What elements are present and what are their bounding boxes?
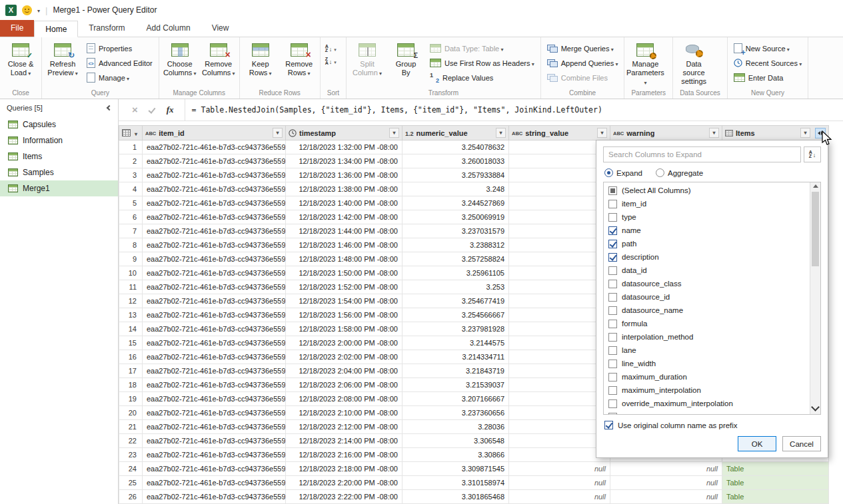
cell-timestamp[interactable]: 12/18/2023 2:16:00 PM -08:00 (286, 448, 403, 462)
cell-timestamp[interactable]: 12/18/2023 1:44:00 PM -08:00 (286, 224, 403, 238)
row-number[interactable]: 21 (119, 420, 143, 434)
cell-timestamp[interactable]: 12/18/2023 1:42:00 PM -08:00 (286, 210, 403, 224)
scrollbar[interactable] (810, 182, 820, 414)
cell-string-value[interactable]: null (509, 476, 610, 490)
cell-item-id[interactable]: eaa27b02-721c-461e-b7d3-cc943736e559 (143, 322, 286, 336)
remove-rows-button[interactable]: RemoveRows (280, 39, 319, 89)
cell-numeric-value[interactable]: 3.237360656 (403, 406, 509, 420)
cell-item-id[interactable]: eaa27b02-721c-461e-b7d3-cc943736e559 (143, 392, 286, 406)
cell-timestamp[interactable]: 12/18/2023 1:34:00 PM -08:00 (286, 154, 403, 168)
tab-file[interactable]: File (0, 20, 34, 37)
column-header-timestamp[interactable]: timestamp (286, 126, 403, 140)
cell-timestamp[interactable]: 12/18/2023 2:22:00 PM -08:00 (286, 490, 403, 504)
cancel-formula-icon[interactable] (132, 105, 138, 115)
cell-numeric-value[interactable]: 3.301865468 (403, 490, 509, 504)
aggregate-radio[interactable]: Aggregate (656, 168, 703, 177)
cell-timestamp[interactable]: 12/18/2023 2:18:00 PM -08:00 (286, 462, 403, 476)
cell-items[interactable]: Table (722, 490, 829, 504)
manage-parameters-button[interactable]: ManageParameters (626, 39, 664, 89)
column-header-string-value[interactable]: string_value (509, 126, 610, 140)
row-number[interactable]: 1 (119, 140, 143, 154)
cell-string-value[interactable] (509, 210, 610, 224)
cell-string-value[interactable]: null (509, 462, 610, 476)
column-option-path[interactable]: path (604, 237, 810, 250)
checkbox-icon[interactable] (604, 421, 613, 429)
query-item-merge1[interactable]: Merge1 (0, 180, 118, 196)
column-option-maximum-duration[interactable]: maximum_duration (604, 370, 810, 383)
cell-string-value[interactable] (509, 378, 610, 392)
use-original-name-prefix-checkbox[interactable]: Use original column name as prefix (604, 421, 820, 429)
cell-string-value[interactable] (509, 154, 610, 168)
quick-access-dropdown-icon[interactable] (37, 5, 40, 15)
formula-input[interactable]: = Table.NestedJoin(Samples, {"item_id"},… (185, 99, 843, 121)
column-option-formula[interactable]: formula (604, 317, 810, 330)
search-columns-input[interactable] (603, 146, 801, 162)
row-number[interactable]: 24 (119, 462, 143, 476)
cell-string-value[interactable] (509, 252, 610, 266)
cell-item-id[interactable]: eaa27b02-721c-461e-b7d3-cc943736e559 (143, 252, 286, 266)
cell-timestamp[interactable]: 12/18/2023 2:08:00 PM -08:00 (286, 392, 403, 406)
column-header-warning[interactable]: warning (610, 126, 722, 140)
cell-numeric-value[interactable]: 3.237981928 (403, 322, 509, 336)
column-option-datasource-name[interactable]: datasource_name (604, 304, 810, 317)
cell-item-id[interactable]: eaa27b02-721c-461e-b7d3-cc943736e559 (143, 448, 286, 462)
cell-string-value[interactable] (509, 336, 610, 350)
cell-item-id[interactable]: eaa27b02-721c-461e-b7d3-cc943736e559 (143, 308, 286, 322)
cell-timestamp[interactable]: 12/18/2023 1:52:00 PM -08:00 (286, 280, 403, 294)
cell-string-value[interactable] (509, 364, 610, 378)
row-number[interactable]: 10 (119, 266, 143, 280)
filter-button[interactable] (597, 128, 607, 138)
scroll-down-icon[interactable] (810, 404, 820, 410)
row-number[interactable]: 2 (119, 154, 143, 168)
cell-string-value[interactable] (509, 280, 610, 294)
checkbox-icon[interactable] (608, 306, 617, 315)
checkbox-icon[interactable] (608, 373, 617, 381)
expand-items-column-button[interactable] (815, 128, 826, 138)
cell-numeric-value[interactable]: 3.309871545 (403, 462, 509, 476)
tab-view[interactable]: View (201, 20, 240, 37)
feedback-smiley-icon[interactable] (22, 5, 32, 15)
cell-timestamp[interactable]: 12/18/2023 1:54:00 PM -08:00 (286, 294, 403, 308)
cell-item-id[interactable]: eaa27b02-721c-461e-b7d3-cc943736e559 (143, 182, 286, 196)
column-header-item-id[interactable]: item_id (143, 126, 286, 140)
sort-descending-button[interactable] (325, 57, 337, 66)
tab-home[interactable]: Home (34, 21, 78, 37)
row-number[interactable]: 19 (119, 392, 143, 406)
filter-button[interactable] (389, 128, 399, 138)
cell-timestamp[interactable]: 12/18/2023 1:50:00 PM -08:00 (286, 266, 403, 280)
cell-item-id[interactable]: eaa27b02-721c-461e-b7d3-cc943736e559 (143, 406, 286, 420)
column-option-type[interactable]: type (604, 210, 810, 224)
checkbox-icon[interactable] (608, 360, 617, 368)
cell-item-id[interactable]: eaa27b02-721c-461e-b7d3-cc943736e559 (143, 490, 286, 504)
cell-numeric-value[interactable]: 3.253 (403, 280, 509, 294)
query-item-items[interactable]: Items (0, 148, 118, 164)
cell-numeric-value[interactable]: 3.21539037 (403, 378, 509, 392)
cell-item-id[interactable]: eaa27b02-721c-461e-b7d3-cc943736e559 (143, 420, 286, 434)
checkbox-icon[interactable] (608, 226, 617, 235)
properties-button[interactable]: Properties (83, 42, 156, 55)
cell-numeric-value[interactable]: 3.2388312 (403, 238, 509, 252)
cell-timestamp[interactable]: 12/18/2023 2:14:00 PM -08:00 (286, 434, 403, 448)
cell-numeric-value[interactable]: 3.254078632 (403, 140, 509, 154)
commit-formula-icon[interactable] (149, 107, 156, 114)
cell-item-id[interactable]: eaa27b02-721c-461e-b7d3-cc943736e559 (143, 238, 286, 252)
row-number[interactable]: 17 (119, 364, 143, 378)
choose-columns-button[interactable]: ChooseColumns (161, 39, 199, 89)
cell-numeric-value[interactable]: 3.306548 (403, 434, 509, 448)
row-number[interactable]: 6 (119, 210, 143, 224)
cell-item-id[interactable]: eaa27b02-721c-461e-b7d3-cc943736e559 (143, 294, 286, 308)
cell-string-value[interactable] (509, 434, 610, 448)
expand-radio[interactable]: Expand (604, 168, 642, 177)
cell-numeric-value[interactable]: 3.28036 (403, 420, 509, 434)
column-option-lane[interactable]: lane (604, 344, 810, 357)
checkbox-icon[interactable] (608, 333, 617, 342)
cell-warning[interactable]: null (610, 490, 722, 504)
cell-numeric-value[interactable]: 3.237031579 (403, 224, 509, 238)
replace-values-button[interactable]: Replace Values (426, 71, 538, 84)
cell-string-value[interactable] (509, 420, 610, 434)
cell-warning[interactable]: null (610, 476, 722, 490)
cell-item-id[interactable]: eaa27b02-721c-461e-b7d3-cc943736e559 (143, 434, 286, 448)
cell-item-id[interactable]: eaa27b02-721c-461e-b7d3-cc943736e559 (143, 140, 286, 154)
cell-string-value[interactable] (509, 238, 610, 252)
column-option-select-all-columns[interactable]: (Select All Columns) (604, 184, 810, 197)
